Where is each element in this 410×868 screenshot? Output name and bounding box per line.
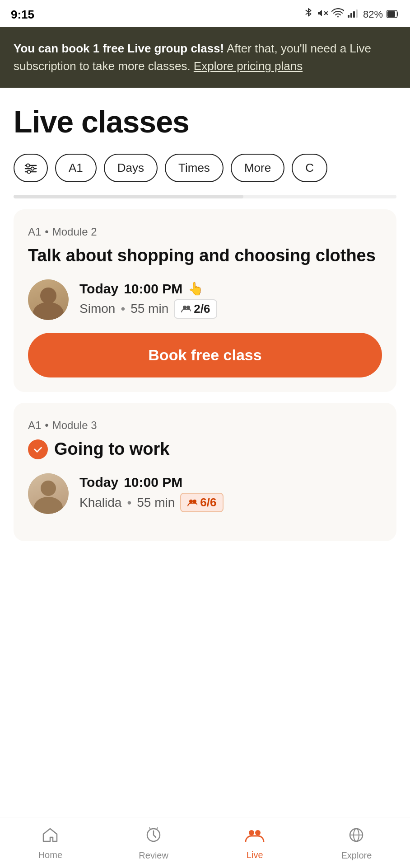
loading-bar: [14, 195, 396, 198]
promo-banner: You can book 1 free Live group class! Af…: [0, 27, 410, 88]
home-icon: [42, 827, 59, 847]
duration-1: 55 min: [130, 302, 168, 316]
explore-icon: [348, 826, 365, 848]
live-icon: [245, 827, 265, 847]
class-day-1: Today: [79, 281, 118, 297]
filter-icon-button[interactable]: [14, 154, 48, 182]
duration-2: 55 min: [137, 495, 175, 510]
instructor-row-1: Today 10:00 PM 👆 Simon • 55 min 2/6: [28, 279, 382, 320]
banner-bold-text: You can book 1 free Live group class!: [14, 42, 224, 55]
svg-rect-3: [348, 15, 349, 18]
explore-pricing-link[interactable]: Explore pricing plans: [194, 59, 303, 73]
card-level-1: A1: [28, 226, 41, 238]
svg-rect-4: [350, 13, 352, 18]
status-bar: 9:15: [0, 0, 410, 27]
completed-check-icon: [28, 439, 48, 459]
page-title: Live classes: [14, 104, 396, 139]
svg-point-20: [249, 830, 254, 835]
filter-c[interactable]: C: [292, 154, 327, 182]
class-card-2: A1 • Module 3 Going to work Today 10:00 …: [14, 403, 396, 541]
nav-explore-label: Explore: [341, 850, 372, 861]
battery-percentage: 82%: [363, 9, 383, 20]
card-module-label-1: A1 • Module 2: [28, 226, 382, 238]
filter-times[interactable]: Times: [165, 154, 224, 182]
instructor-name-2: Khalida: [79, 495, 121, 510]
seats-badge-2: 6/6: [180, 493, 224, 512]
instructor-row-2: Today 10:00 PM Khalida • 55 min 6/6: [28, 473, 382, 514]
svg-point-16: [186, 306, 190, 309]
class-time-2: Today 10:00 PM: [79, 475, 382, 490]
main-content: Live classes A1 Days Times More C: [0, 88, 410, 642]
battery-icon: [387, 9, 399, 20]
nav-home[interactable]: Home: [38, 827, 62, 860]
status-time: 9:15: [11, 8, 34, 22]
class-hour-1: 10:00 PM: [124, 281, 182, 297]
svg-rect-8: [387, 11, 395, 17]
svg-point-21: [255, 830, 261, 835]
nav-home-label: Home: [38, 850, 62, 860]
bluetooth-icon: [303, 7, 313, 22]
bottom-nav: Home Review Live: [0, 817, 410, 868]
svg-point-17: [189, 500, 193, 503]
mute-icon: [317, 8, 328, 21]
instructor-info-1: Today 10:00 PM 👆 Simon • 55 min 2/6: [79, 281, 382, 319]
svg-point-2: [337, 16, 339, 18]
seats-count-1: 2/6: [194, 302, 210, 316]
signal-icon: [348, 9, 359, 20]
card-module-2: Module 3: [52, 419, 97, 432]
class-time-1: Today 10:00 PM 👆: [79, 281, 382, 297]
seats-count-2: 6/6: [200, 495, 216, 509]
card-title-2: Going to work: [28, 438, 382, 460]
nav-review-label: Review: [139, 850, 168, 861]
filter-a1[interactable]: A1: [55, 154, 97, 182]
card-title-1: Talk about shopping and choosing clothes: [28, 245, 382, 267]
card-module-1: Module 2: [52, 226, 97, 238]
status-icons: 82%: [303, 7, 399, 22]
class-card-1: A1 • Module 2 Talk about shopping and ch…: [14, 209, 396, 392]
instructor-avatar-2: [28, 473, 69, 514]
filter-more[interactable]: More: [231, 154, 284, 182]
book-free-class-button[interactable]: Book free class: [28, 333, 382, 377]
card-level-2: A1: [28, 419, 41, 432]
instructor-avatar-1: [28, 279, 69, 320]
nav-live[interactable]: Live: [245, 827, 265, 860]
instructor-info-2: Today 10:00 PM Khalida • 55 min 6/6: [79, 475, 382, 512]
wifi-icon: [331, 8, 344, 21]
nav-explore[interactable]: Explore: [341, 826, 372, 861]
class-hour-2: 10:00 PM: [124, 475, 182, 490]
class-meta-1: Simon • 55 min 2/6: [79, 299, 382, 319]
svg-rect-6: [356, 9, 358, 18]
svg-point-12: [27, 164, 30, 167]
filter-row: A1 Days Times More C: [14, 154, 396, 182]
class-meta-2: Khalida • 55 min 6/6: [79, 493, 382, 512]
svg-point-14: [28, 170, 31, 173]
class-day-2: Today: [79, 475, 118, 490]
svg-point-13: [31, 167, 34, 170]
filter-days[interactable]: Days: [104, 154, 158, 182]
card-module-label-2: A1 • Module 3: [28, 419, 382, 432]
nav-review[interactable]: Review: [139, 826, 168, 861]
svg-rect-5: [353, 11, 355, 18]
review-icon: [145, 826, 162, 848]
nav-live-label: Live: [247, 850, 263, 860]
cursor-icon-1: 👆: [188, 281, 204, 296]
seats-badge-1: 2/6: [174, 299, 217, 319]
svg-point-15: [183, 306, 186, 309]
svg-point-18: [193, 500, 196, 503]
instructor-name-1: Simon: [79, 302, 115, 316]
